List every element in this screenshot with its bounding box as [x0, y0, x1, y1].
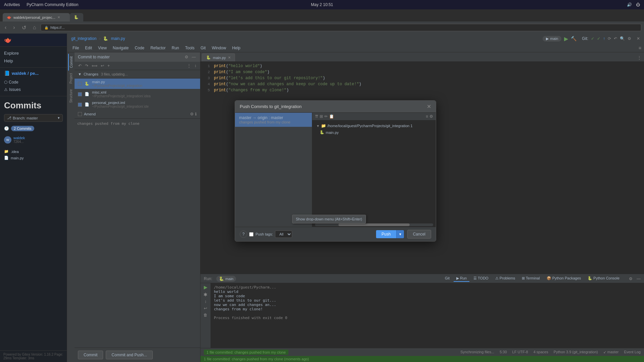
push-branch-text: master → origin : master — [239, 115, 308, 120]
dialog-footer-left: ? Push tags: All — [240, 230, 292, 238]
dialog-close-icon[interactable]: ✕ — [427, 103, 431, 110]
dialog-right-toolbar: ⇈ ⊞ ✏ 📋 ≡ ⚙ — [312, 113, 436, 120]
settings-list-icon[interactable]: ⚙ — [429, 114, 433, 119]
expand-all-icon[interactable]: ⇈ — [315, 114, 318, 119]
dialog-title: Push Commits to git_integration — [240, 104, 302, 109]
push-tags-label: Push tags: — [256, 232, 273, 236]
dialog-footer: ? Push tags: All Push ▾ Cancel — [235, 227, 436, 241]
dialog-header: Push Commits to git_integration ✕ — [235, 101, 436, 113]
cancel-button[interactable]: Cancel — [407, 230, 431, 239]
tooltip-text: Show drop-down menu (Alt+Shift+Enter) — [296, 217, 362, 221]
push-tags-checkbox[interactable] — [249, 232, 254, 237]
push-btn-group: Push ▾ — [376, 230, 404, 238]
tree-file-icon: 🐍 — [320, 130, 324, 135]
file-tree-root: ▼ 📁 /home/local/guest/PycharmProjects/gi… — [314, 122, 434, 129]
copy-icon[interactable]: 📋 — [329, 114, 334, 119]
push-dialog-overlay: Push Commits to git_integration ✕ master… — [0, 0, 644, 362]
dialog-body: master → origin : master changes pushed … — [235, 113, 436, 227]
hscrollbar-thumb — [338, 223, 409, 226]
group-icon[interactable]: ⊞ — [320, 114, 323, 119]
push-button[interactable]: Push — [376, 230, 396, 238]
tree-folder-icon: 📁 — [321, 123, 326, 128]
sort-list-icon[interactable]: ≡ — [426, 114, 428, 119]
push-dropdown-button[interactable]: ▾ — [396, 230, 404, 238]
dialog-file-tree: ▼ 📁 /home/local/guest/PycharmProjects/gi… — [312, 120, 436, 223]
push-tags-select[interactable]: All — [275, 230, 292, 238]
push-dropdown-tooltip: Show drop-down menu (Alt+Shift+Enter) — [292, 215, 366, 223]
hscrollbar[interactable] — [315, 223, 433, 226]
tree-file-name: main.py — [326, 131, 339, 135]
dialog-right: ⇈ ⊞ ✏ 📋 ≡ ⚙ ▼ 📁 /home/local/guest/Pychar… — [312, 113, 436, 227]
push-branch-sub: changes pushed from my clone — [239, 120, 308, 124]
edit-icon[interactable]: ✏ — [324, 114, 328, 119]
help-button[interactable]: ? — [240, 230, 247, 238]
dialog-branch-list: master → origin : master changes pushed … — [235, 113, 312, 227]
tree-expand-icon[interactable]: ▼ — [316, 124, 320, 128]
file-tree-mainpy[interactable]: 🐍 main.py — [314, 129, 434, 136]
push-branch-item-master[interactable]: master → origin : master changes pushed … — [235, 113, 312, 127]
tree-root-path: /home/local/guest/PycharmProjects/git_in… — [327, 124, 413, 128]
